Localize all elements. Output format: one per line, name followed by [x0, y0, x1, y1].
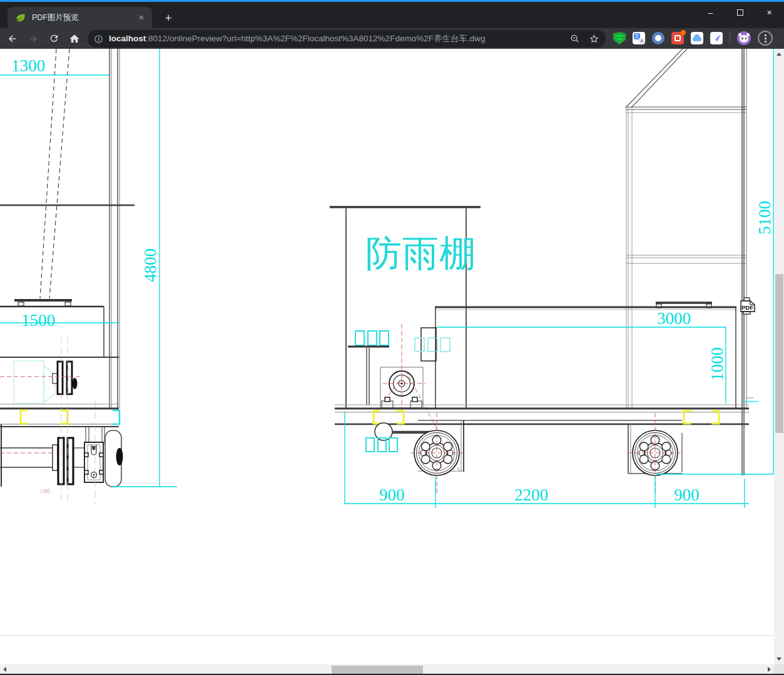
dim-2200: 2200: [514, 485, 548, 504]
close-window-button[interactable]: ×: [755, 2, 784, 23]
yellow-clamp: [21, 410, 28, 424]
left-side-view: [0, 49, 135, 504]
home-button[interactable]: [66, 31, 83, 47]
vertical-scrollbar-thumb[interactable]: [775, 274, 783, 433]
reload-icon: [49, 33, 59, 44]
dim-3000: 3000: [657, 309, 691, 328]
scroll-up-button[interactable]: [776, 53, 781, 56]
horizontal-scrollbar-thumb[interactable]: [332, 666, 423, 674]
cloud-icon[interactable]: [691, 32, 703, 44]
url-text: localhost:8012/onlinePreview?url=http%3A…: [109, 33, 570, 44]
dim-5100: 5100: [755, 201, 774, 235]
avatar-eye: [745, 38, 747, 39]
scrollbar-corner: [774, 664, 784, 674]
reload-button[interactable]: [46, 31, 62, 47]
blue-ring-icon[interactable]: [652, 32, 664, 44]
tab-close-button[interactable]: ×: [136, 12, 147, 23]
url-host: localhost: [109, 34, 146, 43]
dim-900-rear: 900: [674, 485, 700, 504]
tab-title: PDF图片预览: [32, 13, 136, 23]
zoom-page-icon[interactable]: [570, 34, 580, 44]
home-icon: [69, 33, 80, 44]
tab-strip: PDF图片预览 × + – ×: [0, 2, 784, 28]
svg-text:PDF: PDF: [741, 304, 753, 311]
cyan-clamp: [113, 410, 120, 424]
translate-icon[interactable]: 文 A: [633, 32, 645, 44]
forward-icon: [28, 33, 39, 44]
rain-shelter-label: 防雨棚: [365, 232, 476, 275]
browser-toolbar: localhost:8012/onlinePreview?url=http%3A…: [0, 28, 784, 49]
minimize-button[interactable]: –: [696, 2, 725, 23]
dim-1000: 1000: [708, 347, 726, 381]
site-info-icon[interactable]: [94, 34, 103, 44]
scroll-left-button[interactable]: [3, 667, 6, 672]
back-button[interactable]: [4, 31, 21, 47]
new-tab-button[interactable]: +: [160, 11, 176, 27]
dim-4800: 4800: [141, 248, 160, 282]
tank-box-and-frame: [435, 49, 746, 475]
window-accent-strip: [0, 0, 784, 2]
dim-900-front: 900: [379, 485, 405, 504]
address-bar[interactable]: localhost:8012/onlinePreview?url=http%3A…: [88, 30, 606, 48]
browser-tab[interactable]: PDF图片预览 ×: [8, 7, 152, 28]
scroll-down-button[interactable]: [776, 657, 781, 661]
maximize-button[interactable]: [725, 2, 755, 23]
maximize-icon: [737, 9, 743, 16]
spring-leaf-favicon: [16, 13, 26, 23]
dim-1385: 1385: [40, 489, 50, 494]
yellow-clamp: [397, 411, 404, 424]
dim-1500: 1500: [21, 311, 55, 330]
bookmark-star-icon[interactable]: [589, 34, 599, 44]
red-badge-icon[interactable]: [671, 32, 684, 44]
profile-avatar[interactable]: [737, 31, 751, 45]
tampermonkey-icon[interactable]: [613, 32, 626, 44]
url-path: :8012/onlinePreview?url=http%3A%2F%2Floc…: [146, 34, 485, 43]
dim-1300: 1300: [11, 56, 45, 75]
yellow-clamp: [61, 410, 68, 424]
bird-icon[interactable]: [710, 32, 723, 44]
toolbar-separator: [730, 33, 730, 43]
yellow-clamp: [684, 411, 691, 424]
browser-menu-button[interactable]: [758, 31, 773, 46]
front-view-dimensions: 3000 1000 5100 900 2200 900: [345, 49, 774, 508]
yellow-clamp: [374, 411, 380, 424]
cad-drawing: 1300 4800 1500 1385 防雨棚: [0, 49, 774, 664]
pdf-download-icon[interactable]: PDF: [741, 298, 755, 314]
scroll-right-button[interactable]: [768, 667, 771, 672]
back-icon: [7, 33, 18, 44]
avatar-eye: [741, 38, 743, 39]
chassis-rails-wheels: [335, 405, 749, 495]
yellow-clamp: [711, 411, 719, 424]
page-content: 1300 4800 1500 1385 防雨棚: [0, 49, 784, 675]
forward-button[interactable]: [25, 31, 41, 47]
